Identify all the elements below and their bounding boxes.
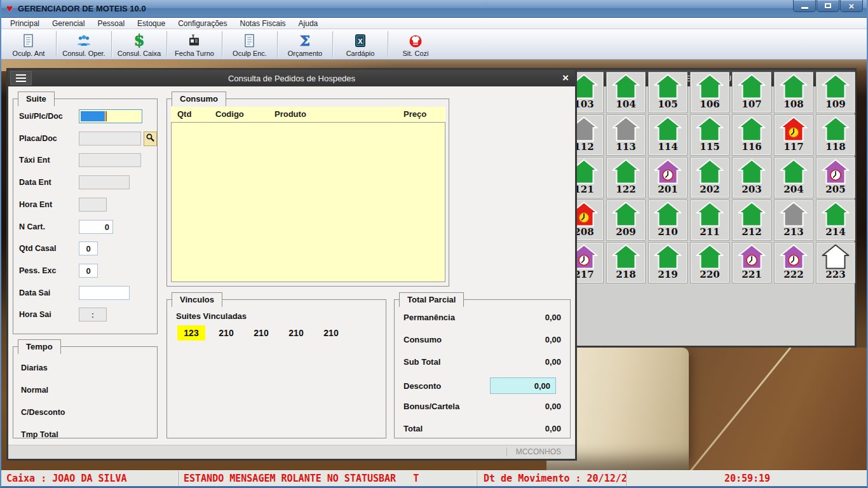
- vinculo-suite-chip[interactable]: 123: [177, 325, 205, 341]
- badge-icon: [187, 32, 202, 49]
- suite-209[interactable]: 209: [607, 200, 645, 240]
- qtd-casal-input[interactable]: 0: [79, 241, 98, 255]
- suite-205[interactable]: 205: [817, 158, 855, 198]
- suite-104[interactable]: 104: [607, 72, 645, 112]
- house-icon-green: [696, 116, 724, 144]
- menu-item-configuracoes[interactable]: Configurações: [172, 18, 233, 29]
- total-value: 0,00: [545, 402, 561, 411]
- suite-220[interactable]: 220: [691, 243, 729, 283]
- hora-ent-input[interactable]: [79, 198, 107, 212]
- placa-doc-input[interactable]: [79, 132, 141, 146]
- toolbar-button-consul-caixa[interactable]: $Consul. Caixa: [112, 29, 166, 59]
- suite-122[interactable]: 122: [607, 158, 645, 198]
- suite-tab[interactable]: Suite: [18, 92, 55, 106]
- consumo-tab[interactable]: Consumo: [172, 92, 226, 106]
- toolbar-button-consul-oper[interactable]: Consul. Oper.: [57, 29, 111, 59]
- suite-number: 208: [574, 227, 593, 237]
- minimize-icon: [801, 7, 808, 9]
- vinculo-suite-chip[interactable]: 210: [212, 325, 240, 341]
- house-icon-green: [612, 201, 640, 229]
- desconto-input[interactable]: 0,00: [490, 377, 556, 394]
- suite-number: 222: [783, 270, 803, 280]
- total-label-permanencia: Permanência: [403, 313, 455, 322]
- field-value: 0: [79, 244, 97, 254]
- minimize-button[interactable]: [793, 0, 816, 12]
- close-button[interactable]: ×: [840, 0, 863, 12]
- menu-icon[interactable]: [10, 71, 32, 85]
- suite-number: 210: [658, 227, 677, 237]
- toolbar-button-oculp-ant[interactable]: Oculp. Ant: [1, 29, 56, 59]
- house-icon-white: [822, 243, 850, 272]
- tempo-tab[interactable]: Tempo: [18, 339, 61, 354]
- data-sai-input[interactable]: [79, 286, 130, 300]
- pess-exc-input[interactable]: 0: [79, 264, 98, 278]
- suite-115[interactable]: 115: [691, 115, 729, 155]
- n-cart-input[interactable]: 0: [79, 220, 113, 234]
- suite-210[interactable]: 210: [649, 200, 687, 240]
- svg-text:Σ: Σ: [300, 33, 310, 48]
- suite-113[interactable]: 113: [607, 115, 645, 155]
- consumo-table-header: QtdCodigoProdutoPreço: [171, 107, 445, 122]
- suite-212[interactable]: 212: [733, 200, 771, 240]
- suite-202[interactable]: 202: [691, 158, 729, 198]
- suite-109[interactable]: 109: [817, 72, 855, 112]
- menu-item-gerencial[interactable]: Gerencial: [46, 18, 91, 29]
- suite-105[interactable]: 105: [649, 72, 687, 112]
- toolbar-button-oculp-enc[interactable]: Oculp Enc.: [222, 29, 277, 59]
- suite-116[interactable]: 116: [733, 115, 771, 155]
- menu-item-principal[interactable]: Principal: [4, 18, 46, 29]
- search-button[interactable]: [144, 132, 157, 146]
- hora-sai-input[interactable]: :: [79, 308, 107, 322]
- suite-number: 205: [825, 185, 845, 194]
- menu-item-estoque[interactable]: Estoque: [131, 18, 172, 29]
- toolbar-button-fecha-turno[interactable]: Fecha Turno: [167, 29, 222, 59]
- menubar: PrincipalGerencialPessoalEstoqueConfigur…: [0, 18, 868, 29]
- suite-213[interactable]: 213: [775, 200, 813, 240]
- suite-number: 209: [616, 227, 635, 237]
- vinculos-tab[interactable]: Vinculos: [172, 292, 222, 307]
- suite-221[interactable]: 221: [733, 243, 771, 283]
- suite-203[interactable]: 203: [733, 158, 771, 198]
- consumo-table-body[interactable]: [171, 122, 445, 282]
- menu-item-notas-fiscais[interactable]: Notas Fiscais: [234, 18, 292, 29]
- menu-item-pessoal[interactable]: Pessoal: [91, 18, 131, 29]
- field-label: Táxi Ent: [19, 156, 50, 165]
- menu-item-ajuda[interactable]: Ajuda: [292, 18, 325, 29]
- suite-218[interactable]: 218: [607, 243, 645, 283]
- suite-114[interactable]: 114: [649, 115, 687, 155]
- house-icon-green: [822, 116, 850, 144]
- suite-219[interactable]: 219: [649, 243, 687, 283]
- dialog-close-icon[interactable]: ×: [562, 71, 569, 85]
- sui-plc-doc-input[interactable]: [79, 109, 142, 123]
- suite-214[interactable]: 214: [817, 200, 855, 240]
- vinculo-suite-chip[interactable]: 210: [317, 325, 345, 341]
- field-label: Pess. Exc: [19, 266, 56, 275]
- suite-107[interactable]: 107: [733, 72, 771, 112]
- toolbar-button-sit-cozi[interactable]: Sit. Cozi: [388, 29, 443, 59]
- toolbar-button-cardapio[interactable]: XCardápio: [333, 29, 388, 59]
- field-row-taxi-ent: Táxi Ent: [13, 153, 157, 168]
- svg-text:X: X: [358, 37, 363, 45]
- maximize-button[interactable]: [817, 0, 839, 12]
- toolbar-button-orcamento[interactable]: ΣOrçamento: [278, 29, 332, 59]
- suite-211[interactable]: 211: [691, 200, 729, 240]
- house-icon-green: [612, 158, 640, 187]
- suite-222[interactable]: 222: [775, 243, 813, 283]
- suite-223[interactable]: 223: [817, 243, 855, 283]
- suite-number: 121: [574, 185, 593, 194]
- titlebar: ♥ GERENCIADOR DE MOTEIS 10.0 ×: [0, 0, 868, 18]
- taxi-ent-input[interactable]: [79, 153, 141, 167]
- vinculo-suite-chip[interactable]: 210: [247, 325, 275, 341]
- data-ent-input[interactable]: [79, 175, 130, 189]
- vinculo-suite-chip[interactable]: 210: [282, 325, 310, 341]
- suite-117[interactable]: 117: [775, 115, 813, 155]
- suite-106[interactable]: 106: [691, 72, 729, 112]
- total-parcial-tab[interactable]: Total Parcial: [399, 292, 464, 307]
- vinculos-groupbox: Vinculos Suites Vinculadas 1232102102102…: [166, 299, 386, 438]
- suite-201[interactable]: 201: [649, 158, 687, 198]
- suite-108[interactable]: 108: [775, 72, 813, 112]
- suite-118[interactable]: 118: [817, 115, 855, 155]
- statusbar-text: ESTANDO MENSAGEM ROLANTE NO STATUSBAR T: [184, 473, 419, 484]
- suite-204[interactable]: 204: [775, 158, 813, 198]
- suite-number: 115: [700, 142, 719, 152]
